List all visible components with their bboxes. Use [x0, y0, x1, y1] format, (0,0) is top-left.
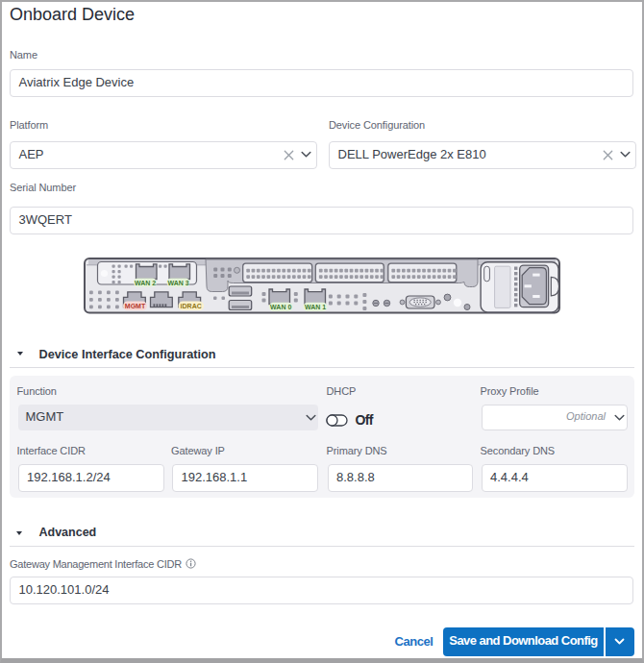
- svg-text:WAN 2: WAN 2: [135, 280, 156, 286]
- svg-text:WAN 1: WAN 1: [305, 304, 326, 310]
- svg-text:WAN 3: WAN 3: [167, 280, 188, 286]
- svg-text:WAN 0: WAN 0: [270, 304, 291, 310]
- svg-text:iDRAC: iDRAC: [181, 303, 202, 309]
- svg-text:MGMT: MGMT: [125, 303, 146, 309]
